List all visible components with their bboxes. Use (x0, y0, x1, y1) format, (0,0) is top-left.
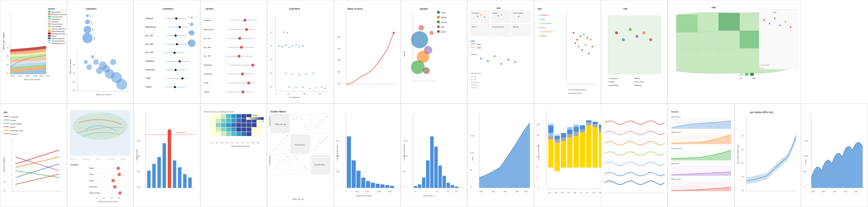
svg-point-208 (497, 15, 499, 17)
svg-text:300: 300 (337, 59, 340, 61)
svg-text:1,500: 1,500 (804, 140, 808, 142)
svg-rect-564 (548, 139, 553, 167)
svg-text:— Crookston: — Crookston (538, 14, 549, 16)
svg-rect-581 (574, 132, 579, 136)
svg-text:Peatland: Peatland (471, 87, 478, 89)
svg-rect-19 (48, 33, 51, 34)
svg-point-64 (110, 59, 116, 65)
svg-point-148 (289, 47, 290, 48)
map-scatter-sites: site • Crookston • Duluth • Grand Rap. •… (601, 0, 668, 104)
svg-text:University Farm: University Farm (568, 92, 582, 94)
svg-point-340 (113, 185, 116, 188)
svg-text:IBM: IBM (441, 26, 444, 28)
svg-rect-363 (183, 174, 187, 188)
line-site-yield: site Crookston Duluth Grand Rapids Morri… (0, 104, 67, 207)
svg-rect-509 (414, 186, 417, 188)
svg-text:Morris: Morris (759, 67, 764, 69)
svg-text:1932: 1932 (477, 47, 481, 49)
svg-point-54 (86, 64, 92, 70)
svg-text:No. 462: No. 462 (471, 78, 477, 80)
svg-text:2010: 2010 (46, 75, 50, 77)
svg-point-261 (615, 32, 618, 34)
svg-text:Manchurian: Manchurian (471, 81, 480, 83)
svg-text:500: 500 (403, 171, 406, 173)
svg-point-463 (325, 139, 326, 140)
svg-text:Construction: Construction (51, 16, 63, 18)
svg-text:2006: 2006 (515, 190, 519, 193)
svg-point-445 (320, 122, 321, 123)
svg-rect-400 (226, 128, 231, 132)
svg-text:Apr: Apr (567, 192, 570, 194)
svg-text:0: 0 (96, 197, 97, 199)
svg-text:Self-employed: Self-employed (51, 37, 64, 40)
svg-point-290 (785, 21, 786, 22)
svg-text:Trebi: Trebi (145, 77, 151, 79)
svg-text:Grand Rapids: Grand Rapids (513, 12, 524, 14)
svg-rect-486 (347, 137, 351, 188)
svg-point-126 (238, 55, 241, 57)
svg-text:2: 2 (90, 15, 91, 17)
svg-point-253 (581, 49, 583, 51)
svg-rect-404 (247, 128, 251, 132)
strip-cylinders-horsepower: Cylinders 3 4 5 6 8 (267, 0, 334, 104)
svg-text:2002: 2002 (822, 191, 825, 193)
svg-point-470 (284, 159, 285, 160)
svg-point-46 (85, 20, 90, 24)
svg-text:Manchuria: Manchuria (204, 29, 214, 31)
svg-text:120: 120 (454, 190, 457, 193)
svg-point-132 (247, 81, 250, 84)
svg-rect-410 (226, 132, 231, 136)
svg-text:25: 25 (7, 72, 9, 74)
line-chart-price: Mean of price 100 200 300 400 500 (334, 0, 401, 104)
svg-rect-513 (430, 137, 434, 188)
svg-point-454 (284, 138, 285, 139)
svg-text:0: 0 (471, 186, 472, 188)
svg-rect-402 (236, 128, 241, 132)
svg-text:Waseca: Waseca (513, 26, 519, 28)
svg-rect-568 (548, 123, 553, 125)
waveform-area: 0 500 1,000 1,500 2000 2002 2004 2006 20… (801, 104, 868, 207)
svg-point-146 (282, 46, 283, 47)
svg-text:Business services: Business services (51, 13, 67, 15)
svg-rect-395 (252, 123, 257, 127)
svg-point-440 (304, 126, 305, 127)
svg-point-466 (273, 168, 274, 170)
svg-point-153 (285, 73, 286, 74)
svg-point-195 (424, 46, 432, 54)
svg-rect-393 (242, 123, 246, 127)
svg-rect-381 (231, 119, 236, 123)
svg-text:40: 40 (73, 64, 75, 66)
svg-text:Horsepower: Horsepower (269, 116, 271, 126)
svg-point-444 (317, 125, 318, 126)
dashboard: series Agriculture Business services Con… (0, 0, 868, 207)
svg-point-264 (635, 35, 638, 38)
svg-rect-571 (554, 136, 560, 139)
svg-rect-586 (580, 125, 585, 129)
svg-text:-40: -40 (414, 190, 416, 193)
svg-point-334 (116, 166, 120, 170)
svg-text:price: price (805, 159, 807, 164)
svg-point-194 (411, 60, 425, 74)
svg-text:Life Expectancy (year): Life Expectancy (year) (97, 200, 118, 203)
svg-point-82 (175, 18, 177, 20)
svg-point-338 (111, 179, 115, 182)
svg-text:2008: 2008 (524, 190, 528, 193)
svg-point-205 (484, 17, 485, 18)
svg-text:400: 400 (336, 155, 339, 157)
svg-rect-11 (48, 23, 51, 25)
svg-text:• Duluth: • Duluth (608, 81, 614, 83)
svg-text:Glabron: Glabron (204, 19, 211, 21)
svg-text:500: 500 (337, 36, 340, 38)
svg-point-178 (393, 32, 395, 34)
svg-text:500: 500 (470, 169, 473, 171)
svg-point-477 (304, 166, 305, 167)
svg-text:0: 0 (337, 186, 338, 188)
svg-text:variety: variety (471, 53, 477, 55)
svg-point-155 (299, 74, 300, 75)
svg-rect-575 (561, 133, 566, 138)
svg-point-94 (175, 69, 177, 71)
svg-point-44 (86, 14, 89, 17)
svg-text:1,500: 1,500 (377, 190, 381, 193)
svg-point-291 (790, 26, 791, 28)
svg-rect-396 (257, 123, 262, 127)
